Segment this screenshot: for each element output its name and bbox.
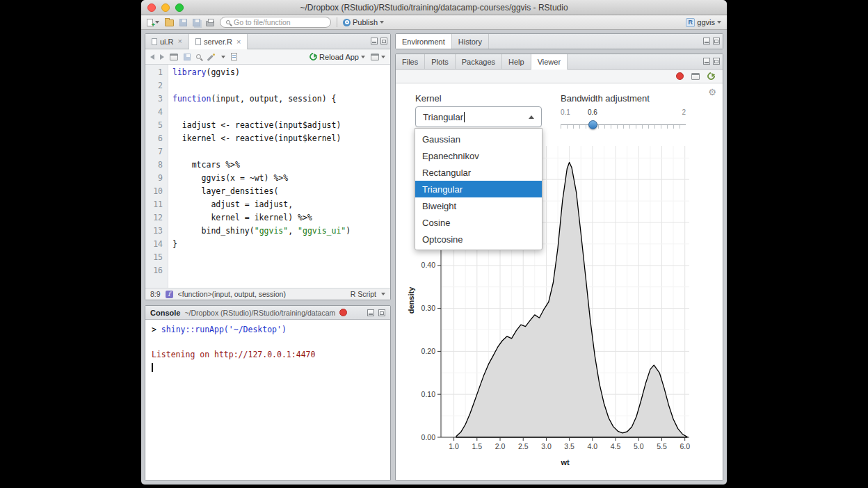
slider-min-label: 0.1 [561, 108, 570, 116]
x-axis-title: wt [560, 458, 570, 466]
console-line: > shiny::runApp('~/Desktop') [152, 323, 384, 336]
chevron-down-icon [221, 56, 225, 58]
forward-icon[interactable] [160, 54, 164, 60]
source-menu-button[interactable] [371, 54, 385, 60]
publish-button[interactable]: Publish [343, 18, 384, 26]
maximize-pane-icon[interactable] [380, 38, 387, 44]
text-cursor [464, 112, 465, 122]
tab-help[interactable]: Help [502, 54, 531, 69]
kernel-label: Kernel [415, 93, 442, 104]
reload-app-label: Reload App [319, 53, 359, 61]
dropdown-option-optcosine[interactable]: Optcosine [415, 231, 542, 247]
minimize-pane-icon[interactable] [703, 58, 710, 65]
function-scope-icon[interactable]: f [166, 291, 173, 298]
tab-server-r[interactable]: server.R × [189, 34, 248, 49]
search-icon [226, 20, 230, 24]
rstudio-window: ~/Dropbox (RStudio)/RStudio/training/dat… [141, 0, 727, 485]
file-type-label[interactable]: R Script [351, 290, 376, 298]
stop-app-icon[interactable] [676, 72, 684, 80]
tab-environment[interactable]: Environment [396, 34, 452, 49]
open-file-icon[interactable] [165, 19, 174, 26]
minimize-pane-icon[interactable] [703, 38, 710, 44]
zoom-window-button[interactable] [175, 3, 184, 12]
maximize-pane-icon[interactable] [713, 38, 720, 44]
minimize-pane-icon[interactable] [371, 38, 378, 44]
close-window-button[interactable] [147, 3, 156, 12]
x-tick-label: 3.5 [564, 442, 574, 450]
project-menu-button[interactable]: R ggvis [686, 18, 721, 27]
tab-packages[interactable]: Packages [456, 54, 502, 69]
dropdown-option-biweight[interactable]: Biweight [415, 197, 542, 214]
maximize-pane-icon[interactable] [713, 58, 720, 65]
x-tick-label: 4.5 [611, 442, 621, 450]
close-tab-icon[interactable]: × [178, 38, 182, 45]
x-tick-label: 3.0 [541, 442, 552, 450]
dropdown-option-triangular[interactable]: Triangular [415, 181, 542, 197]
stop-icon[interactable] [339, 309, 347, 316]
console-output[interactable]: > shiny::runApp('~/Desktop') Listening o… [145, 320, 390, 480]
code-tools-wand-icon[interactable] [207, 53, 216, 61]
environment-tabbar: Environment History [396, 34, 723, 49]
viewer-tabbar: Files Plots Packages Help Viewer [396, 54, 723, 70]
x-tick-label: 5.0 [634, 442, 644, 450]
find-icon[interactable] [196, 54, 201, 59]
slider-track[interactable] [561, 124, 686, 129]
tab-history[interactable]: History [452, 34, 489, 49]
save-all-icon[interactable] [193, 19, 200, 26]
reload-app-button[interactable]: Reload App [310, 53, 365, 61]
console-title[interactable]: Console [150, 309, 180, 317]
open-in-browser-icon[interactable] [691, 73, 700, 80]
chevron-down-icon [361, 56, 365, 58]
code-lines[interactable]: library(ggvis) function(input, output, s… [168, 65, 390, 288]
traffic-lights [147, 3, 184, 12]
dropdown-option-rectangular[interactable]: Rectangular [415, 164, 542, 181]
console-line [152, 361, 384, 373]
compile-notebook-icon[interactable] [231, 53, 237, 60]
environment-pane: Environment History [395, 33, 723, 49]
code-editor[interactable]: 12345678910111213141516 library(ggvis) f… [145, 65, 390, 288]
kernel-dropdown: Gaussian Epanechnikov Rectangular Triang… [415, 128, 542, 250]
x-tick-label: 5.5 [657, 442, 667, 450]
tab-label: Packages [462, 58, 495, 66]
popout-editor-icon[interactable] [170, 54, 178, 60]
save-icon[interactable] [184, 54, 191, 60]
gear-icon[interactable]: ⚙ [708, 87, 716, 97]
chevron-down-icon [380, 21, 384, 24]
tab-files[interactable]: Files [396, 54, 425, 69]
minimize-pane-icon[interactable] [367, 309, 374, 316]
chevron-up-icon [529, 115, 534, 119]
refresh-icon[interactable] [706, 71, 716, 81]
y-tick-label: 0.40 [421, 261, 436, 269]
tab-ui-r[interactable]: ui.R × [145, 34, 189, 49]
dropdown-option-cosine[interactable]: Cosine [415, 214, 542, 231]
tab-viewer[interactable]: Viewer [531, 54, 568, 70]
tab-plots[interactable]: Plots [425, 54, 455, 69]
bandwidth-slider: 0.1 0.6 2 [561, 108, 686, 138]
kernel-select[interactable]: Triangular [415, 106, 542, 127]
dropdown-option-epanechnikov[interactable]: Epanechnikov [415, 147, 542, 164]
save-icon[interactable] [179, 19, 187, 26]
close-tab-icon[interactable]: × [236, 38, 241, 46]
scope-label[interactable]: <function>(input, output, session) [178, 290, 286, 298]
text-cursor [152, 363, 153, 372]
back-icon[interactable] [150, 54, 154, 60]
x-tick-label: 6.0 [680, 442, 690, 450]
goto-file-function-input[interactable]: Go to file/function [220, 17, 331, 28]
maximize-pane-icon[interactable] [378, 309, 385, 316]
dropdown-option-gaussian[interactable]: Gaussian [415, 131, 542, 147]
bandwidth-label: Bandwidth adjustment [561, 93, 650, 104]
minimize-window-button[interactable] [161, 3, 170, 12]
editor-toolbar: Reload App [145, 49, 390, 65]
toolbar-separator [337, 17, 337, 27]
reload-icon [308, 51, 319, 62]
y-axis-title: density [407, 286, 415, 314]
viewer-pane: Files Plots Packages Help Viewer [395, 54, 723, 481]
new-file-button[interactable]: + [147, 19, 159, 26]
tab-label: Environment [402, 38, 445, 46]
tab-label: Help [508, 58, 524, 66]
titlebar: ~/Dropbox (RStudio)/RStudio/training/dat… [141, 0, 727, 15]
print-icon[interactable] [206, 21, 214, 26]
console-message: Listening on http://127.0.0.1:4470 [152, 348, 384, 361]
slider-handle[interactable] [588, 120, 597, 129]
new-file-icon: + [147, 19, 153, 26]
